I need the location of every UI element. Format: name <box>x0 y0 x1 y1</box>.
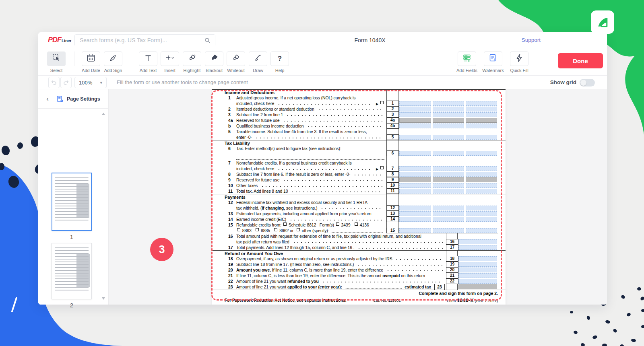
form-field-line7-colC[interactable] <box>466 166 497 171</box>
form-field-line20[interactable] <box>458 268 497 272</box>
form-field-line3-colA[interactable] <box>399 112 431 117</box>
form-field-line1-colB[interactable] <box>433 101 464 106</box>
show-grid-toggle[interactable] <box>580 79 595 86</box>
form-field-line10-colB[interactable] <box>433 183 464 188</box>
form-field-line15-colB[interactable] <box>433 228 464 233</box>
form-field-line4b-colB[interactable] <box>433 124 464 128</box>
form-field-line6-colC[interactable] <box>466 151 497 156</box>
scroll-up-icon[interactable] <box>102 113 105 115</box>
toolbar-button-add-date[interactable]: Add Date <box>80 51 102 73</box>
scroll-down-icon[interactable] <box>102 297 105 300</box>
add-text-icon <box>143 53 153 64</box>
toolbar-button-insert[interactable]: Insert <box>159 51 181 73</box>
form-field-line12-colA[interactable] <box>399 206 431 210</box>
line-number: 16 <box>228 233 235 239</box>
form-field-line11-colB[interactable] <box>433 189 464 194</box>
form-field-line6-colB[interactable] <box>433 151 464 156</box>
form-checkbox[interactable] <box>380 166 384 169</box>
toolbar-button-add-sign[interactable]: Add Sign <box>102 51 124 73</box>
form-field-line7-colA[interactable] <box>399 166 431 171</box>
form-field-line13-colA[interactable] <box>399 211 431 216</box>
form-field-line2-colB[interactable] <box>433 107 464 111</box>
toolbar-button-add-fields[interactable]: Add Fields <box>456 51 478 73</box>
toolbar-button-help[interactable]: ?Help <box>268 51 291 73</box>
form-field-line8-colA[interactable] <box>399 172 431 177</box>
form-field-line6-colA[interactable] <box>399 151 431 156</box>
collapse-sidebar-button[interactable]: ‹ <box>43 95 52 103</box>
form-field-line14-colB[interactable] <box>433 217 464 222</box>
sidebar-scrollbar[interactable] <box>102 113 105 300</box>
form-field-line1-colC[interactable] <box>466 101 497 106</box>
toolbar-button-blackout[interactable]: Blackout <box>203 51 225 73</box>
form-field-line14-colC[interactable] <box>466 217 497 222</box>
redo-button[interactable] <box>60 77 72 88</box>
undo-button[interactable] <box>48 77 60 88</box>
page-thumbnail-1[interactable] <box>52 173 92 231</box>
search-icon[interactable] <box>204 37 211 44</box>
form-field-line11-colA[interactable] <box>399 189 431 194</box>
search-input[interactable] <box>75 35 215 46</box>
form-field-line5-colB[interactable] <box>433 135 464 140</box>
form-field-line8-colC[interactable] <box>466 172 497 177</box>
form-field-line5-colC[interactable] <box>466 135 497 140</box>
toolbar-button-draw[interactable]: Draw <box>247 51 269 73</box>
form-field-line3-colC[interactable] <box>466 112 497 117</box>
form-field-line2-colA[interactable] <box>399 107 431 111</box>
form-field-line12-colC[interactable] <box>466 206 497 210</box>
form-field-line12-colB[interactable] <box>433 206 464 210</box>
form-field-line3-colB[interactable] <box>433 112 464 117</box>
form-field-line8-colB[interactable] <box>433 172 464 177</box>
form-field-line16[interactable] <box>458 239 497 244</box>
form-checkbox[interactable] <box>380 101 384 104</box>
form-field-line21[interactable] <box>458 273 497 278</box>
page-thumbnail-2[interactable] <box>52 243 92 299</box>
form-field-line13-colC[interactable] <box>466 211 497 216</box>
form-checkbox[interactable] <box>256 228 259 231</box>
zoom-level-dropdown[interactable]: 100%▾ <box>74 77 107 88</box>
table-grid-line <box>432 112 432 117</box>
form-field-line17[interactable] <box>458 245 497 250</box>
support-link[interactable]: Support <box>522 37 541 43</box>
form-field-line19[interactable] <box>458 262 497 267</box>
toolbar-button-add-text[interactable]: Add Text <box>137 51 159 73</box>
form-field-line4b-colA[interactable] <box>399 124 431 128</box>
form-row-line-4a: 4aReserved for future use 4a <box>212 117 506 123</box>
form-field-line5-colA[interactable] <box>399 135 431 140</box>
form-field-line15-colA[interactable] <box>399 228 431 233</box>
form-checkbox[interactable] <box>237 228 240 231</box>
line-description: Nonrefundable credits. If a general busi… <box>236 160 384 171</box>
done-button[interactable]: Done <box>558 53 603 68</box>
form-field-line15-colC[interactable] <box>466 228 497 233</box>
form-field-line10-colC[interactable] <box>466 183 497 188</box>
toolbar-button-watermark[interactable]: Watermark <box>482 51 504 73</box>
form-checkbox[interactable] <box>336 222 339 226</box>
form-row-line-16: 16Total amount paid with request for ext… <box>212 233 506 245</box>
form-checkbox[interactable] <box>274 228 277 231</box>
toolbar-button-highlight[interactable]: Highlight <box>181 51 203 73</box>
toolbar-label: Watermark <box>482 68 504 73</box>
form-field-line1-colA[interactable] <box>399 101 431 106</box>
form-field-line4b-colC[interactable] <box>466 124 497 128</box>
toolbar-button-quick-fill[interactable]: Quick Fill <box>508 51 530 73</box>
form-line-text: Amount you owe. If line 11, column C, is… <box>236 267 384 273</box>
main-toolbar: Done SelectAdd DateAdd SignAdd TextInser… <box>38 48 607 76</box>
toolbar-button-whiteout[interactable]: Whiteout <box>225 51 247 73</box>
form-checkbox[interactable] <box>355 222 358 226</box>
insert-icon <box>165 53 175 64</box>
form-field-line14-colA[interactable] <box>399 217 431 222</box>
pdfliner-logo[interactable]: PDFLiner <box>48 36 71 44</box>
table-grid-line <box>465 177 465 183</box>
form-field-line22[interactable] <box>458 279 497 284</box>
form-checkbox[interactable] <box>283 222 287 226</box>
page-settings-button[interactable]: Page Settings <box>56 93 100 105</box>
form-field-line2-colC[interactable] <box>466 107 497 111</box>
toolbar-button-select[interactable]: Select <box>45 51 68 73</box>
form-checkbox[interactable] <box>297 228 300 231</box>
form-row-line-18: 18Overpayment, if any, as shown on origi… <box>212 256 506 262</box>
form-field-line11-colC[interactable] <box>466 189 497 194</box>
line-number: 13 <box>228 211 235 216</box>
form-field-line7-colB[interactable] <box>433 166 464 171</box>
form-field-line13-colB[interactable] <box>433 211 464 216</box>
form-field-line18[interactable] <box>458 256 497 261</box>
form-field-line10-colA[interactable] <box>399 183 431 188</box>
